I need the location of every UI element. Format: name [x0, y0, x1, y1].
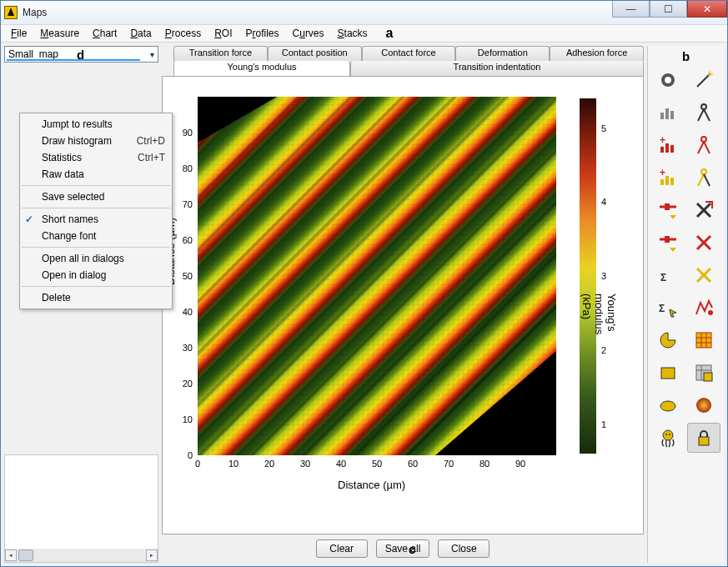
- minimize-button[interactable]: —: [612, 1, 650, 18]
- menu-profiles[interactable]: Profiles: [240, 26, 284, 41]
- ellipse-yellow-icon[interactable]: [651, 390, 685, 420]
- menu-item-label: Jumpt to results: [42, 118, 113, 130]
- svg-point-3: [708, 73, 711, 76]
- menu-item-label: Open in dialog: [42, 269, 106, 281]
- tab-transition-indentation[interactable]: Transition indentation: [350, 61, 644, 76]
- heatmap[interactable]: [198, 97, 556, 455]
- clear-button[interactable]: Clear: [316, 539, 368, 558]
- xtick: 40: [333, 459, 349, 469]
- menu-stacks[interactable]: Stacks: [333, 26, 373, 41]
- menu-item-delete[interactable]: Delete: [20, 289, 172, 306]
- close-window-button[interactable]: ✕: [687, 1, 727, 18]
- tab-contact-force[interactable]: Contact force: [362, 46, 456, 61]
- svg-marker-40: [670, 309, 676, 317]
- ytick: 70: [178, 199, 193, 209]
- x-yellow-icon[interactable]: [687, 260, 720, 290]
- svg-rect-13: [660, 147, 664, 153]
- compass-icon[interactable]: [687, 98, 720, 128]
- slider-yellow-icon[interactable]: [651, 228, 685, 258]
- menu-item-draw-histogram[interactable]: Draw histogramCtrl+D: [20, 133, 172, 149]
- maximize-button[interactable]: ☐: [650, 1, 687, 18]
- scroll-right-button[interactable]: ▸: [146, 549, 158, 561]
- octopus-icon[interactable]: [651, 423, 685, 453]
- compass-red-icon[interactable]: [687, 130, 720, 160]
- bars-icon[interactable]: [651, 98, 685, 128]
- sigma-cursor-icon[interactable]: Σ: [651, 293, 685, 323]
- compass-yellow-icon[interactable]: [687, 163, 720, 193]
- ytick: 50: [178, 271, 193, 281]
- svg-text:+: +: [660, 167, 665, 178]
- menu-item-save-selected[interactable]: Save selected: [20, 188, 172, 205]
- menu-item-open-in-dialog[interactable]: Open in dialog: [20, 267, 172, 284]
- svg-point-16: [701, 137, 706, 142]
- xtick: 20: [261, 459, 278, 469]
- svg-text:+: +: [660, 134, 665, 146]
- close-button[interactable]: Close: [438, 539, 490, 558]
- menu-item-change-font[interactable]: Change font: [20, 228, 172, 244]
- menu-item-label: Change font: [42, 230, 96, 242]
- xtick: 30: [297, 459, 314, 469]
- annotation-b: b: [682, 49, 690, 63]
- svg-line-10: [698, 109, 704, 121]
- menu-roi[interactable]: ROI: [209, 26, 237, 41]
- xtick: 60: [404, 459, 421, 469]
- lock-icon[interactable]: [687, 423, 720, 453]
- menu-chart[interactable]: Chart: [88, 26, 122, 41]
- menu-item-short-names[interactable]: ✓Short names: [20, 211, 172, 228]
- tab-adhesion-force[interactable]: Adhesion force: [550, 46, 644, 61]
- menu-item-label: Draw histogram: [42, 135, 112, 147]
- callout-red-icon[interactable]: [687, 293, 720, 323]
- menu-item-jumpt-to-results[interactable]: Jumpt to results: [20, 116, 172, 133]
- toolbar: b ++ΣΣ: [647, 46, 724, 563]
- svg-line-17: [698, 142, 704, 153]
- bars-plus-yellow-icon[interactable]: +: [651, 163, 685, 193]
- svg-rect-27: [665, 203, 670, 210]
- cross-icon[interactable]: [687, 195, 720, 225]
- xtick: 70: [440, 459, 457, 469]
- gear-icon[interactable]: [651, 65, 685, 95]
- svg-rect-8: [670, 111, 674, 119]
- tab-transition-force[interactable]: Transition force: [173, 46, 268, 61]
- slider-red-icon[interactable]: [651, 195, 685, 225]
- scroll-thumb[interactable]: [18, 549, 33, 561]
- x-red-icon[interactable]: [687, 228, 720, 258]
- wand-icon[interactable]: [687, 65, 720, 95]
- map-list[interactable]: ◂ ▸: [4, 454, 158, 563]
- colorbar: [580, 98, 596, 454]
- svg-rect-57: [699, 437, 709, 445]
- grid-yellow-icon[interactable]: [687, 325, 720, 355]
- grid-gray-icon[interactable]: [687, 358, 720, 388]
- map-selector[interactable]: Small_map d: [4, 46, 158, 63]
- pacman-icon[interactable]: [651, 325, 685, 355]
- list-h-scrollbar[interactable]: ◂ ▸: [5, 549, 158, 562]
- menu-data[interactable]: Data: [125, 26, 156, 41]
- tab-youngs-modulus[interactable]: Young's modulus: [173, 61, 350, 76]
- window-title: Maps: [23, 7, 47, 18]
- xtick: 90: [512, 459, 529, 469]
- tab-deformation[interactable]: Deformation: [455, 46, 550, 61]
- menu-file[interactable]: File: [6, 26, 32, 41]
- bars-plus-red-icon[interactable]: +: [651, 130, 685, 160]
- menu-item-statistics[interactable]: StatisticsCtrl+T: [20, 149, 172, 166]
- svg-point-53: [696, 398, 711, 413]
- svg-marker-33: [670, 248, 676, 252]
- check-icon: ✓: [25, 213, 33, 225]
- svg-text:Σ: Σ: [659, 303, 665, 314]
- menu-item-open-all-in-dialogs[interactable]: Open all in dialogs: [20, 250, 172, 267]
- tab-contact-position[interactable]: Contact position: [268, 46, 362, 61]
- xtick: 80: [476, 459, 493, 469]
- menu-curves[interactable]: Curves: [288, 26, 329, 41]
- ctick: 5: [601, 123, 606, 133]
- svg-line-24: [698, 174, 704, 186]
- scroll-left-button[interactable]: ◂: [5, 549, 17, 561]
- svg-marker-28: [670, 215, 676, 219]
- square-yellow-icon[interactable]: [651, 358, 685, 388]
- menu-process[interactable]: Process: [160, 26, 206, 41]
- save-all-button[interactable]: Save all: [376, 539, 430, 558]
- menu-measure[interactable]: Measure: [35, 26, 84, 41]
- svg-rect-15: [670, 145, 674, 153]
- sphere-icon[interactable]: [687, 390, 720, 420]
- menu-item-raw-data[interactable]: Raw data: [20, 166, 172, 183]
- menu-item-label: Open all in dialogs: [42, 253, 124, 264]
- sigma-icon[interactable]: Σ: [651, 260, 685, 290]
